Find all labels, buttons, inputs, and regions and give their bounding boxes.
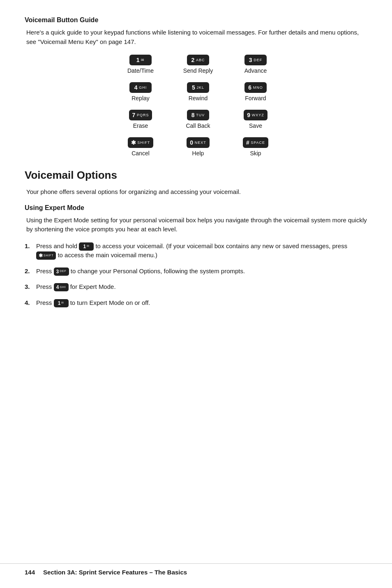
key-cell-0: 0 NEXT Help (171, 137, 225, 157)
step-3-num: 3. (25, 282, 36, 292)
step-2-content: Press 3 DEF to change your Personal Opti… (36, 267, 367, 276)
inline-key-1-step4: 1 ✉ (54, 299, 69, 307)
voicemail-button-guide-section: Voicemail Button Guide Here's a quick gu… (25, 16, 367, 157)
step-1-num: 1. (25, 242, 36, 251)
key-1: 1 ✉ (129, 55, 152, 65)
key-5-label: Rewind (189, 95, 208, 101)
inline-key-4-step3: 4 GHI (54, 283, 69, 291)
key-3: 3 DEF (244, 55, 267, 65)
footer-section-text: Section 3A: Sprint Service Features – Th… (43, 569, 187, 576)
step-4-content: Press 1 ✉ to turn Expert Mode on or off. (36, 298, 367, 308)
key-4-label: Replay (131, 95, 150, 101)
key-cell-1: 1 ✉ Date/Time (114, 55, 167, 74)
step-3-content: Press 4 GHI for Expert Mode. (36, 282, 367, 292)
inline-key-1-step1: 1 ✉ (79, 242, 94, 251)
step-1: 1. Press and hold 1 ✉ to access your voi… (25, 242, 367, 260)
key-cell-9: 9 WXYZ Save (229, 110, 282, 129)
keypad-grid: 1 ✉ Date/Time 2 ABC Send Reply 3 DEF Adv… (114, 55, 278, 157)
key-9-label: Save (249, 122, 262, 129)
key-hash: # SPACE (243, 137, 268, 148)
step-2: 2. Press 3 DEF to change your Personal O… (25, 267, 367, 276)
voicemail-options-section: Voicemail Options Your phone offers seve… (25, 169, 367, 307)
inline-key-3-step2: 3 DEF (54, 267, 69, 276)
key-8-label: Call Back (186, 122, 210, 129)
key-9: 9 WXYZ (244, 110, 267, 120)
step-4: 4. Press 1 ✉ to turn Expert Mode on or o… (25, 298, 367, 308)
step-4-num: 4. (25, 298, 36, 308)
footer: 144 Section 3A: Sprint Service Features … (0, 563, 392, 576)
key-5: 5 JKL (187, 82, 209, 93)
footer-page-num: 144 (25, 569, 35, 576)
key-star: ✱ SHIFT (128, 137, 154, 148)
key-cell-6: 6 MNO Forward (229, 82, 282, 101)
voicemail-button-guide-description: Here's a quick guide to your keypad func… (25, 28, 367, 46)
using-expert-mode-section: Using Expert Mode Using the Expert Mode … (25, 204, 367, 308)
expert-mode-steps: 1. Press and hold 1 ✉ to access your voi… (25, 242, 367, 308)
step-3: 3. Press 4 GHI for Expert Mode. (25, 282, 367, 292)
key-6: 6 MNO (244, 82, 267, 93)
key-cell-4: 4 GHI Replay (114, 82, 167, 101)
key-1-label: Date/Time (127, 67, 154, 74)
key-4: 4 GHI (129, 82, 152, 93)
key-7: 7 PQRS (129, 110, 152, 120)
voicemail-options-description: Your phone offers several options for or… (25, 187, 367, 197)
step-1-content: Press and hold 1 ✉ to access your voicem… (36, 242, 367, 260)
key-hash-label: Skip (250, 150, 261, 157)
step-2-num: 2. (25, 267, 36, 276)
key-7-label: Erase (133, 122, 148, 129)
key-cell-7: 7 PQRS Erase (114, 110, 167, 129)
key-2-label: Send Reply (183, 67, 213, 74)
key-star-label: Cancel (131, 150, 150, 157)
key-cell-3: 3 DEF Advance (229, 55, 282, 74)
key-cell-8: 8 TUV Call Back (171, 110, 225, 129)
key-2: 2 ABC (187, 55, 209, 65)
key-cell-2: 2 ABC Send Reply (171, 55, 225, 74)
key-cell-hash: # SPACE Skip (229, 137, 282, 157)
key-3-label: Advance (244, 67, 267, 74)
key-8: 8 TUV (187, 110, 209, 120)
voicemail-button-guide-title: Voicemail Button Guide (25, 16, 367, 24)
key-0-label: Help (192, 150, 204, 157)
key-cell-star: ✱ SHIFT Cancel (114, 137, 167, 157)
key-cell-5: 5 JKL Rewind (171, 82, 225, 101)
inline-key-star-step1: ✱ SHIFT (36, 251, 56, 260)
using-expert-mode-description: Using the Expert Mode setting for your p… (25, 216, 367, 234)
voicemail-options-title: Voicemail Options (25, 169, 367, 182)
using-expert-mode-title: Using Expert Mode (25, 204, 367, 212)
key-0: 0 NEXT (187, 137, 209, 148)
key-6-label: Forward (245, 95, 266, 101)
